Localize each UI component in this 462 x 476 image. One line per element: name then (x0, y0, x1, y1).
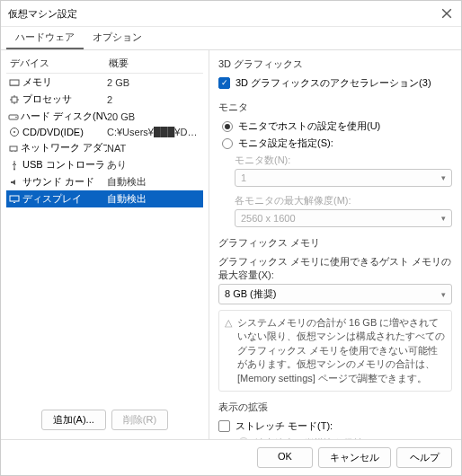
window-title: 仮想マシン設定 (8, 7, 440, 21)
memory-icon (8, 77, 21, 88)
device-row[interactable]: CD/DVD(IDE)C:¥Users¥███¥Downloads¥Al... (6, 125, 203, 139)
svg-rect-1 (12, 97, 17, 102)
svg-point-5 (13, 131, 15, 133)
group-monitors: モニタ モニタでホストの設定を使用(U) モニタ設定を指定(S): モニタ数(N… (218, 101, 452, 227)
monitor-count-label: モニタ数(N): (235, 152, 452, 169)
svg-rect-8 (10, 196, 19, 201)
chevron-down-icon: ▾ (441, 214, 446, 223)
gmem-select[interactable]: 8 GB (推奨) ▾ (218, 284, 452, 304)
devices-panel: デバイス 概要 メモリ2 GB プロセッサ2 ハード ディスク(NVMe)20 … (1, 50, 209, 439)
group-title: グラフィックス メモリ (218, 236, 452, 250)
stretch-mode-label: ストレッチ モード(T): (235, 419, 333, 433)
group-title: モニタ (218, 101, 452, 114)
device-row[interactable]: メモリ2 GB (6, 74, 203, 91)
max-res-select[interactable]: 2560 x 1600 ▾ (235, 209, 452, 227)
col-summary: 概要 (109, 57, 129, 70)
stretch-mode-checkbox[interactable] (218, 420, 230, 432)
display-icon (8, 194, 21, 205)
tab-bar: ハードウェア オプション (1, 27, 461, 50)
remove-button[interactable]: 削除(R) (111, 410, 168, 430)
svg-point-7 (13, 168, 15, 170)
device-list-header: デバイス 概要 (6, 54, 203, 74)
gmem-label: グラフィックス メモリに使用できるゲスト メモリの最大容量(X): (218, 253, 452, 284)
disk-icon (8, 111, 19, 122)
device-row[interactable]: サウンド カード自動検出 (6, 173, 203, 190)
device-row[interactable]: ディスプレイ自動検出 (6, 190, 203, 207)
net-icon (8, 143, 19, 154)
col-device: デバイス (10, 57, 109, 70)
accel-3d-label: 3D グラフィックスのアクセラレーション(3) (235, 76, 431, 90)
cpu-icon (8, 94, 21, 105)
device-list: メモリ2 GB プロセッサ2 ハード ディスク(NVMe)20 GB CD/DV… (6, 74, 203, 404)
usb-icon (8, 160, 21, 171)
use-host-radio[interactable] (222, 121, 233, 132)
tab-options[interactable]: オプション (84, 27, 151, 49)
device-row[interactable]: ネットワーク アダプタNAT (6, 139, 203, 156)
dialog-footer: OK キャンセル ヘルプ (1, 439, 461, 475)
ok-button[interactable]: OK (257, 447, 313, 468)
monitor-count-select[interactable]: 1 ▾ (235, 169, 452, 187)
chevron-down-icon: ▾ (441, 290, 446, 299)
help-button[interactable]: ヘルプ (396, 447, 452, 468)
group-title: 表示の拡張 (218, 401, 452, 414)
device-row[interactable]: USB コントローラあり (6, 156, 203, 173)
add-button[interactable]: 追加(A)... (41, 410, 106, 430)
group-3d-graphics: 3D グラフィックス 3D グラフィックスのアクセラレーション(3) (218, 57, 452, 92)
use-host-label: モニタでホストの設定を使用(U) (238, 119, 380, 133)
svg-point-3 (15, 116, 17, 118)
group-graphics-memory: グラフィックス メモリ グラフィックス メモリに使用できるゲスト メモリの最大容… (218, 236, 452, 392)
svg-rect-6 (10, 146, 17, 151)
cancel-button[interactable]: キャンセル (318, 447, 391, 468)
specify-radio[interactable] (222, 138, 233, 149)
close-icon[interactable] (440, 6, 454, 21)
specify-label: モニタ設定を指定(S): (238, 137, 333, 150)
tab-hardware[interactable]: ハードウェア (6, 27, 84, 49)
device-row[interactable]: プロセッサ2 (6, 91, 203, 108)
max-res-label: 各モニタの最大解像度(M): (235, 192, 452, 209)
keep-ratio-radio[interactable] (238, 437, 249, 439)
warning-icon: △ (225, 316, 232, 385)
svg-rect-0 (10, 80, 19, 85)
sound-icon (8, 177, 21, 188)
settings-panel: 3D グラフィックス 3D グラフィックスのアクセラレーション(3) モニタ モ… (209, 50, 461, 439)
cd-icon (8, 127, 21, 137)
gmem-warning: △ システムメモリの合計が 16 GB に増やされていない限り、仮想マシンは構成… (218, 310, 452, 392)
accel-3d-checkbox[interactable] (218, 77, 230, 89)
chevron-down-icon: ▾ (441, 173, 446, 182)
group-display-extension: 表示の拡張 ストレッチ モード(T): 拡大縮小の縦横比を保持(K) 縦横比を維… (218, 401, 452, 439)
group-title: 3D グラフィックス (218, 57, 452, 71)
title-bar: 仮想マシン設定 (1, 1, 461, 27)
device-row[interactable]: ハード ディスク(NVMe)20 GB (6, 108, 203, 125)
